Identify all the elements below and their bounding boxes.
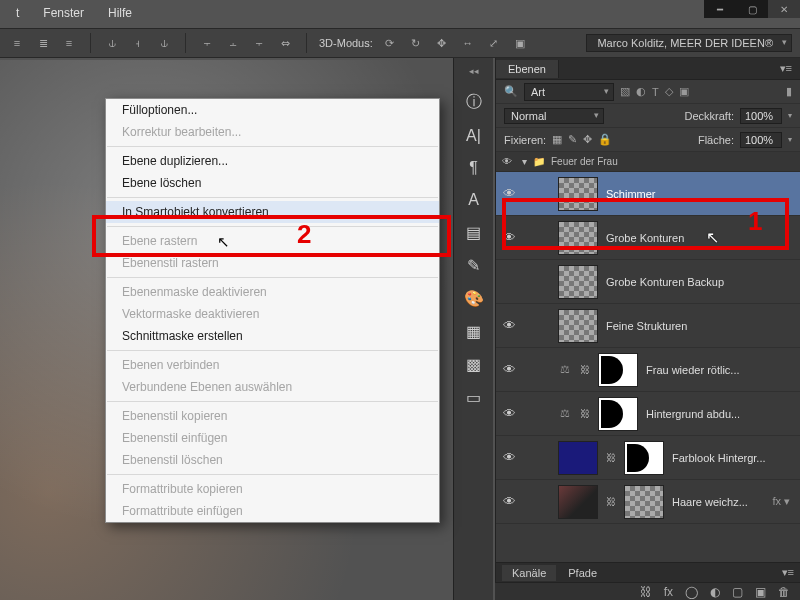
styles-icon[interactable]: A <box>468 191 479 209</box>
lock-position-icon[interactable]: ✥ <box>583 133 592 146</box>
orbit-icon[interactable]: ⟳ <box>381 34 399 52</box>
slide-icon[interactable]: ↔ <box>459 34 477 52</box>
layer-row[interactable]: 👁 ⚖ ⛓ Hintergrund abdu... <box>496 392 800 436</box>
align-right-icon[interactable]: ≡ <box>60 34 78 52</box>
layer-style-icon[interactable]: fx <box>664 585 673 599</box>
eye-icon[interactable]: 👁 <box>500 450 518 465</box>
layer-row[interactable]: 👁 ⚖ ⛓ Frau wieder rötlic... <box>496 348 800 392</box>
channels-tab[interactable]: Kanäle <box>502 565 556 581</box>
paths-tab[interactable]: Pfade <box>558 565 607 581</box>
layer-name[interactable]: Haare weichz... <box>672 496 748 508</box>
camera-icon[interactable]: ▣ <box>511 34 529 52</box>
layer-row[interactable]: 👁 Schimmer <box>496 172 800 216</box>
opacity-dropdown-icon[interactable]: ▾ <box>788 111 792 120</box>
distribute-top-icon[interactable]: ⫝ <box>103 34 121 52</box>
ctx-convert-smartobject[interactable]: In Smartobjekt konvertieren <box>106 201 439 223</box>
scale-3d-icon[interactable]: ⤢ <box>485 34 503 52</box>
link-layers-icon[interactable]: ⛓ <box>640 585 652 599</box>
layer-row[interactable]: Grobe Konturen Backup <box>496 260 800 304</box>
character-icon[interactable]: A| <box>466 127 481 145</box>
ctx-duplicate-layer[interactable]: Ebene duplizieren... <box>106 150 439 172</box>
filter-type-icon[interactable]: T <box>652 86 659 98</box>
roll-icon[interactable]: ↻ <box>407 34 425 52</box>
eye-icon[interactable]: 👁 <box>502 156 512 167</box>
layer-name[interactable]: Feine Strukturen <box>606 320 687 332</box>
adjustments-icon[interactable]: ▦ <box>466 322 481 341</box>
link-icon[interactable]: ⛓ <box>606 496 616 507</box>
distribute-right-icon[interactable]: ⫟ <box>250 34 268 52</box>
layer-name[interactable]: Frau wieder rötlic... <box>646 364 740 376</box>
align-left-icon[interactable]: ≡ <box>8 34 26 52</box>
fill-input[interactable]: 100% <box>740 132 782 148</box>
fx-badge[interactable]: fx ▾ <box>772 495 790 508</box>
expand-panels-icon[interactable]: ◂◂ <box>469 66 479 76</box>
layer-name[interactable]: Farblook Hintergr... <box>672 452 766 464</box>
layer-name[interactable]: Hintergrund abdu... <box>646 408 740 420</box>
info-icon[interactable]: ⓘ <box>466 92 482 113</box>
fill-dropdown-icon[interactable]: ▾ <box>788 135 792 144</box>
distribute-bottom-icon[interactable]: ⫝ <box>155 34 173 52</box>
layer-mask-thumbnail[interactable] <box>598 397 638 431</box>
lock-all-icon[interactable]: 🔒 <box>598 133 612 146</box>
align-center-icon[interactable]: ≣ <box>34 34 52 52</box>
distribute-h-icon[interactable]: ⫠ <box>224 34 242 52</box>
swatches-icon[interactable]: ▤ <box>466 223 481 242</box>
kind-filter-select[interactable]: Art <box>524 83 614 101</box>
layer-mask-icon[interactable]: ◯ <box>685 585 698 599</box>
new-layer-icon[interactable]: ▣ <box>755 585 766 599</box>
ctx-fill-options[interactable]: Fülloptionen... <box>106 99 439 121</box>
color-icon[interactable]: 🎨 <box>464 289 484 308</box>
panel-menu-icon[interactable]: ▾≡ <box>776 566 800 579</box>
layer-thumbnail[interactable] <box>558 177 598 211</box>
folder-collapse-icon[interactable]: ▾ <box>522 156 527 167</box>
layer-thumbnail[interactable] <box>558 221 598 255</box>
eye-icon[interactable]: 👁 <box>500 494 518 509</box>
opacity-input[interactable]: 100% <box>740 108 782 124</box>
layer-thumbnail[interactable] <box>558 441 598 475</box>
panel-menu-icon[interactable]: ▾≡ <box>772 62 800 75</box>
distribute-v-icon[interactable]: ⫞ <box>129 34 147 52</box>
layer-thumbnail[interactable] <box>558 309 598 343</box>
filter-toggle-icon[interactable]: ▮ <box>786 85 792 98</box>
layer-group-row[interactable]: 👁 ▾ 📁 Feuer der Frau <box>496 152 800 172</box>
layer-name[interactable]: Schimmer <box>606 188 656 200</box>
lock-transparent-icon[interactable]: ▦ <box>552 133 562 146</box>
fill-adjust-icon[interactable]: ◐ <box>710 585 720 599</box>
layer-name[interactable]: Grobe Konturen Backup <box>606 276 724 288</box>
eye-icon[interactable]: 👁 <box>500 318 518 333</box>
layer-row[interactable]: 👁 ⛓ Haare weichz... fx ▾ <box>496 480 800 524</box>
layer-thumbnail[interactable] <box>558 485 598 519</box>
lock-pixels-icon[interactable]: ✎ <box>568 133 577 146</box>
filter-adjust-icon[interactable]: ◐ <box>636 85 646 98</box>
pan-icon[interactable]: ✥ <box>433 34 451 52</box>
workspace-switcher[interactable]: Marco Kolditz, MEER DER IDEEN® <box>586 34 792 52</box>
layer-row[interactable]: 👁 ⛓ Farblook Hintergr... <box>496 436 800 480</box>
eye-icon[interactable]: 👁 <box>500 186 518 201</box>
brushes-icon[interactable]: ✎ <box>467 256 480 275</box>
minimize-button[interactable]: ━ <box>704 0 736 18</box>
ctx-delete-layer[interactable]: Ebene löschen <box>106 172 439 194</box>
grid-icon[interactable]: ▩ <box>466 355 481 374</box>
eye-icon[interactable]: 👁 <box>500 362 518 377</box>
maximize-button[interactable]: ▢ <box>736 0 768 18</box>
menu-item-partial[interactable]: t <box>6 4 29 22</box>
layer-name[interactable]: Grobe Konturen <box>606 232 684 244</box>
menu-item-hilfe[interactable]: Hilfe <box>98 4 142 22</box>
search-icon[interactable]: 🔍 <box>504 85 518 98</box>
ctx-create-clipmask[interactable]: Schnittmaske erstellen <box>106 325 439 347</box>
timeline-icon[interactable]: ▭ <box>466 388 481 407</box>
paragraph-icon[interactable]: ¶ <box>469 159 478 177</box>
distribute-left-icon[interactable]: ⫟ <box>198 34 216 52</box>
filter-shape-icon[interactable]: ◇ <box>665 85 673 98</box>
layers-tab[interactable]: Ebenen <box>496 60 559 78</box>
link-icon[interactable]: ⛓ <box>580 364 590 375</box>
layer-mask-thumbnail[interactable] <box>624 485 664 519</box>
filter-smart-icon[interactable]: ▣ <box>679 85 689 98</box>
menu-item-fenster[interactable]: Fenster <box>33 4 94 22</box>
blend-mode-select[interactable]: Normal <box>504 108 604 124</box>
layer-mask-thumbnail[interactable] <box>598 353 638 387</box>
eye-icon[interactable]: 👁 <box>500 230 518 245</box>
layer-row[interactable]: 👁 Feine Strukturen <box>496 304 800 348</box>
filter-image-icon[interactable]: ▧ <box>620 85 630 98</box>
delete-layer-icon[interactable]: 🗑 <box>778 585 790 599</box>
